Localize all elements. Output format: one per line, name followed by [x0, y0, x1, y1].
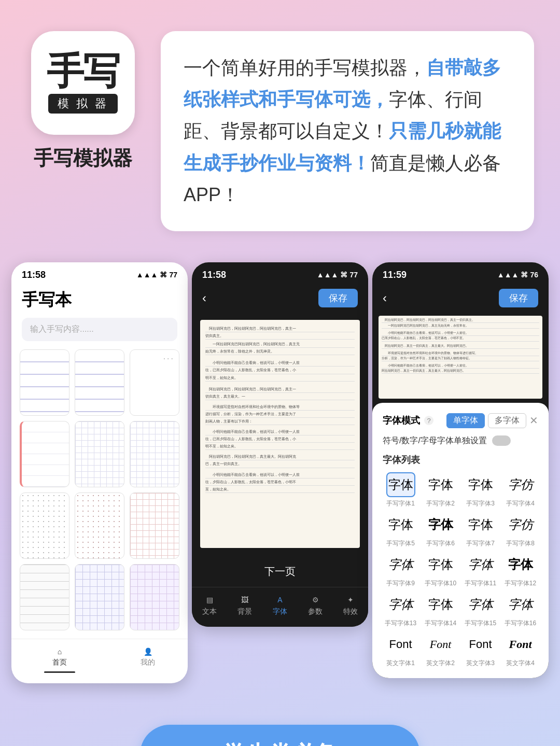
- font-item-en2[interactable]: Font 英文字体2: [423, 632, 458, 668]
- paper-item-9[interactable]: [130, 492, 179, 559]
- p1-tab-bar: ⌂ 首页 👤 我的: [11, 639, 188, 683]
- font-item-en3[interactable]: Font 英文字体3: [463, 632, 498, 668]
- font-a-icon: A: [277, 596, 282, 604]
- paper-item-11[interactable]: [75, 564, 124, 630]
- font-mode-multi-btn[interactable]: 多字体: [488, 413, 526, 428]
- paper-row-14: 往，已而夕阳在山，人影散乱，太阳全落，苍茫暮色，小: [205, 435, 355, 443]
- paper-item-12[interactable]: [130, 564, 179, 630]
- phone3-frame: 11:59 ▲▲▲ ⌘ 76 ‹ 保存 阿拉胡阿克巴，阿拉胡阿克巴，阿拉胡阿克巴…: [372, 262, 549, 678]
- font-label-3: 手写字体3: [466, 499, 495, 508]
- p2-wifi-icon: ⌘: [340, 271, 347, 279]
- font-grid: 字体 手写字体1 字体 手写字体2 字体 手写字体3: [383, 472, 538, 668]
- paper-item-5[interactable]: [75, 421, 124, 487]
- paper-row-20: 至，始知之矣。: [205, 486, 355, 493]
- phone1-screen: 11:58 ▲▲▲ ⌘ 77 手写本 输入手写内容...... ···: [11, 262, 188, 683]
- paper-row-6: 往，已而夕阳在山，人影散乱，太阳全落，苍茫暮色，小: [205, 367, 355, 374]
- font-toggle-label: 符号/数字/字母字体单独设置: [383, 435, 487, 446]
- font-item-8[interactable]: 字仿 手写字体8: [502, 512, 538, 548]
- font-item-en1[interactable]: Font 英文字体1: [383, 632, 418, 668]
- font-char-3: 字体: [466, 472, 495, 497]
- text-doc-icon: ▤: [206, 596, 213, 604]
- p2-save-btn[interactable]: 保存: [318, 289, 358, 307]
- p2-next-page[interactable]: 下一页: [192, 556, 368, 587]
- font-mode-single-btn[interactable]: 单字体: [446, 413, 485, 428]
- p3-status-icons: ▲▲▲ ⌘ 76: [497, 271, 538, 279]
- font-item-10[interactable]: 字体 手写字体10: [423, 552, 458, 588]
- paper-row-3: 一阿拉胡阿克巴阿拉胡阿克巴，阿拉胡阿克巴，真主无: [205, 341, 355, 348]
- font-item-9[interactable]: 字体 手写字体9: [383, 552, 418, 588]
- p3-time: 11:59: [383, 270, 407, 280]
- font-item-14[interactable]: 字体 手写字体14: [423, 592, 458, 628]
- paper-item-7[interactable]: [20, 492, 69, 559]
- desc-part1: 一个简单好用的手写模拟器，: [184, 57, 426, 78]
- font-char-en2: Font: [426, 632, 455, 657]
- font-item-1[interactable]: 字体 手写字体1: [383, 472, 418, 508]
- p1-status-bar: 11:58 ▲▲▲ ⌘ 77: [11, 262, 188, 285]
- p2-tool-params-label: 参数: [308, 607, 323, 616]
- paper-item-2[interactable]: [75, 349, 124, 416]
- p1-input-placeholder[interactable]: 输入手写内容......: [22, 318, 177, 341]
- p2-tool-bg[interactable]: 🖼 背景: [237, 596, 252, 616]
- paper-row-8: 阿拉胡阿克巴，阿拉胡阿克巴，阿拉胡阿克巴，真主一: [205, 386, 355, 393]
- font-label-13: 手写字体13: [385, 619, 416, 628]
- font-item-en4[interactable]: Font 英文字体4: [502, 632, 538, 668]
- paper-row-19: 往，夕阳在山，人影散乱，太阳全落，苍茫暮色，小明不: [205, 478, 355, 486]
- font-char-8: 字仿: [506, 512, 535, 537]
- paper-item-4[interactable]: [20, 421, 69, 487]
- p2-bottom-toolbar: ▤ 文本 🖼 背景 A 字体 ⚙ 参数 ✦ 特效: [192, 587, 368, 627]
- p1-paper-grid: ···: [11, 349, 188, 630]
- p3-back-btn[interactable]: ‹: [383, 291, 387, 305]
- font-char-12: 字体: [506, 552, 535, 577]
- p1-tab-home[interactable]: ⌂ 首页: [44, 648, 75, 673]
- p3-save-btn[interactable]: 保存: [499, 289, 538, 307]
- font-char-1: 字体: [386, 472, 415, 497]
- p3-status-bar: 11:59 ▲▲▲ ⌘ 76: [372, 262, 549, 285]
- font-item-12[interactable]: 字体 手写字体12: [502, 552, 538, 588]
- p1-wifi-icon: ⌘: [160, 271, 167, 279]
- font-item-2[interactable]: 字体 手写字体2: [423, 472, 458, 508]
- paper-row-18: 小明问他能不能自己去看病，他说可以，小明便一人前: [205, 471, 355, 478]
- paper-item-10[interactable]: [20, 564, 69, 630]
- p2-signal: ▲▲▲: [317, 271, 339, 279]
- p2-tool-params[interactable]: ⚙ 参数: [308, 596, 323, 616]
- paper-item-3[interactable]: ···: [130, 349, 179, 416]
- cta-button[interactable]: 学生党必备: [140, 725, 420, 746]
- app-title: 手写模拟器: [34, 145, 132, 172]
- p3-battery: 76: [530, 271, 538, 279]
- phone1-frame: 11:58 ▲▲▲ ⌘ 77 手写本 输入手写内容...... ···: [11, 262, 188, 683]
- font-item-7[interactable]: 字体 手写字体7: [463, 512, 498, 548]
- font-label-15: 手写字体15: [465, 619, 496, 628]
- font-item-5[interactable]: 字体 手写字体5: [383, 512, 418, 548]
- font-char-6: 字体: [426, 512, 455, 537]
- p3-nav: ‹ 保存: [372, 285, 549, 312]
- p3-signal: ▲▲▲: [497, 271, 519, 279]
- font-label-16: 手写字体16: [505, 619, 536, 628]
- app-icon-text: 手写: [47, 52, 119, 90]
- p2-tool-effects[interactable]: ✦ 特效: [343, 596, 358, 616]
- font-item-6[interactable]: 字体 手写字体6: [423, 512, 458, 548]
- p2-status-bar: 11:58 ▲▲▲ ⌘ 77: [192, 262, 368, 285]
- font-toggle-switch[interactable]: [492, 435, 511, 446]
- font-item-16[interactable]: 字体 手写字体16: [502, 592, 538, 628]
- font-label-1: 手写字体1: [386, 499, 415, 508]
- effects-icon: ✦: [347, 596, 354, 604]
- font-item-4[interactable]: 字仿 手写字体4: [502, 472, 538, 508]
- font-item-13[interactable]: 字体 手写字体13: [383, 592, 418, 628]
- font-char-10: 字体: [426, 552, 455, 577]
- paper-item-1[interactable]: [20, 349, 69, 416]
- p2-tool-font[interactable]: A 字体: [273, 596, 287, 616]
- p2-nav: ‹ 保存: [192, 285, 368, 312]
- font-item-11[interactable]: 字体 手写字体11: [463, 552, 498, 588]
- p1-tab-user[interactable]: 👤 我的: [141, 648, 155, 673]
- font-item-15[interactable]: 字体 手写字体15: [463, 592, 498, 628]
- p1-title: 手写本: [11, 285, 188, 318]
- p2-back-btn[interactable]: ‹: [202, 291, 206, 305]
- paper-item-6[interactable]: [130, 421, 179, 487]
- font-label-8: 手写字体8: [506, 539, 535, 548]
- close-panel-btn[interactable]: ✕: [529, 414, 538, 427]
- p2-tool-text[interactable]: ▤ 文本: [202, 596, 217, 616]
- help-icon[interactable]: ?: [424, 416, 433, 425]
- font-label-en3: 英文字体3: [466, 659, 495, 668]
- paper-item-8[interactable]: [75, 492, 124, 559]
- font-item-3[interactable]: 字体 手写字体3: [463, 472, 498, 508]
